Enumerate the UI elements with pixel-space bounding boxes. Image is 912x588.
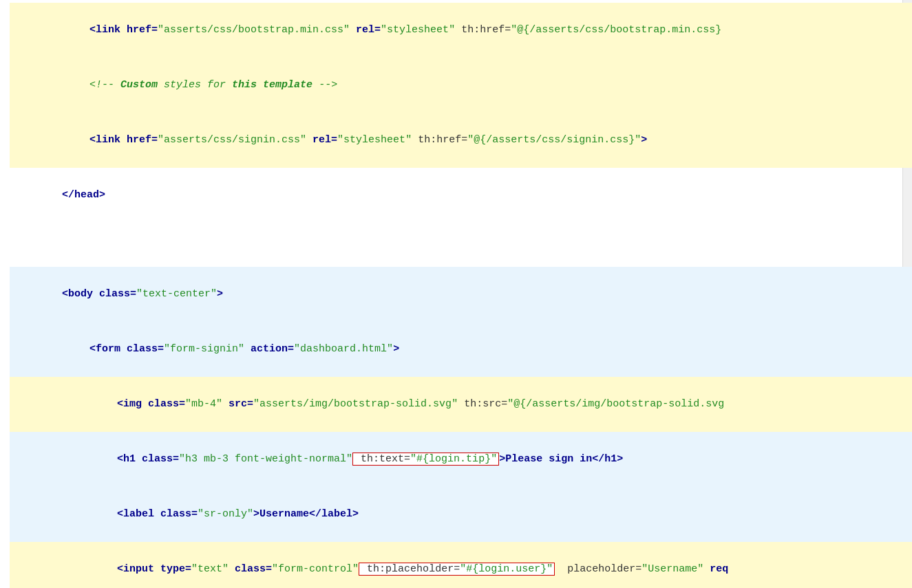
line-content-10: <input type="text" class="form-control" … xyxy=(19,543,912,588)
code-line-6: <form class="form-signin" action="dashbo… xyxy=(10,322,912,377)
code-line-9: <label class="sr-only">Username</label> xyxy=(10,487,912,542)
line-content-6: <form class="form-signin" action="dashbo… xyxy=(19,323,912,375)
code-line-7: <img class="mb-4" src="asserts/img/boots… xyxy=(10,377,912,432)
blank-line-1 xyxy=(10,223,912,245)
line-content-2: <!-- Custom styles for this template --> xyxy=(19,59,912,111)
blank-line-2 xyxy=(10,245,912,267)
code-line-2: <!-- Custom styles for this template --> xyxy=(10,58,912,113)
line-content-7: <img class="mb-4" src="asserts/img/boots… xyxy=(19,378,912,431)
code-line-1: <link href="asserts/css/bootstrap.min.cs… xyxy=(10,3,912,58)
code-line-10: <input type="text" class="form-control" … xyxy=(10,542,912,588)
line-content-1: <link href="asserts/css/bootstrap.min.cs… xyxy=(19,4,912,56)
line-content-3: <link href="asserts/css/signin.css" rel=… xyxy=(19,114,912,166)
code-line-4: </head> xyxy=(10,168,912,223)
line-content-9: <label class="sr-only">Username</label> xyxy=(19,488,912,541)
line-content-5: <body class="text-center"> xyxy=(19,268,912,320)
code-area: <link href="asserts/css/bootstrap.min.cs… xyxy=(0,0,912,588)
line-content-8: <h1 class="h3 mb-3 font-weight-normal" t… xyxy=(19,433,912,486)
code-line-5: <body class="text-center"> xyxy=(10,267,912,322)
line-content-4: </head> xyxy=(19,169,912,221)
code-line-3: <link href="asserts/css/signin.css" rel=… xyxy=(10,113,912,168)
code-line-8: <h1 class="h3 mb-3 font-weight-normal" t… xyxy=(10,432,912,487)
